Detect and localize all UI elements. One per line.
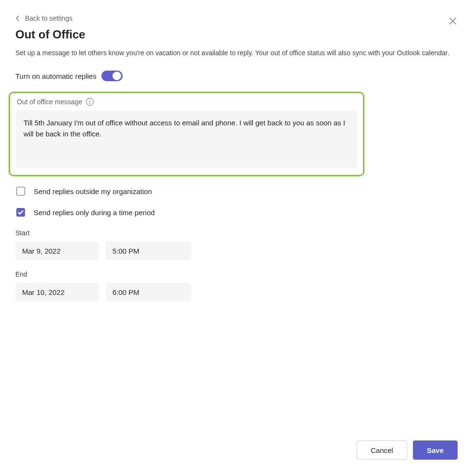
- save-button[interactable]: Save: [413, 440, 458, 460]
- close-button[interactable]: [449, 17, 459, 27]
- automatic-replies-toggle[interactable]: [101, 71, 123, 81]
- info-icon[interactable]: i: [86, 98, 94, 106]
- page-title: Out of Office: [15, 28, 458, 41]
- end-label: End: [15, 270, 458, 278]
- automatic-replies-toggle-label: Turn on automatic replies: [15, 72, 97, 80]
- out-of-office-message-section: Out of office message i Till 5th January…: [9, 92, 364, 176]
- out-of-office-message-input[interactable]: Till 5th January I'm out of office witho…: [16, 110, 357, 168]
- message-section-label: Out of office message: [17, 98, 82, 106]
- page-description: Set up a message to let others know you'…: [15, 48, 458, 58]
- time-period-checkbox[interactable]: [16, 208, 25, 217]
- cancel-button[interactable]: Cancel: [357, 440, 407, 460]
- start-time-picker[interactable]: 5:00 PM: [106, 242, 191, 260]
- close-icon: [449, 17, 457, 25]
- chevron-left-icon: [15, 15, 20, 21]
- time-period-label: Send replies only during a time period: [34, 208, 155, 217]
- end-time-picker[interactable]: 6:00 PM: [106, 283, 191, 301]
- checkmark-icon: [18, 210, 24, 215]
- toggle-knob: [112, 72, 121, 80]
- start-date-picker[interactable]: Mar 9, 2022: [15, 242, 99, 260]
- send-outside-org-checkbox[interactable]: [16, 187, 25, 195]
- send-outside-org-label: Send replies outside my organization: [34, 187, 152, 195]
- start-label: Start: [15, 229, 458, 237]
- back-to-settings-link[interactable]: Back to settings: [15, 14, 73, 22]
- end-date-picker[interactable]: Mar 10, 2022: [15, 283, 99, 301]
- back-label: Back to settings: [25, 14, 73, 22]
